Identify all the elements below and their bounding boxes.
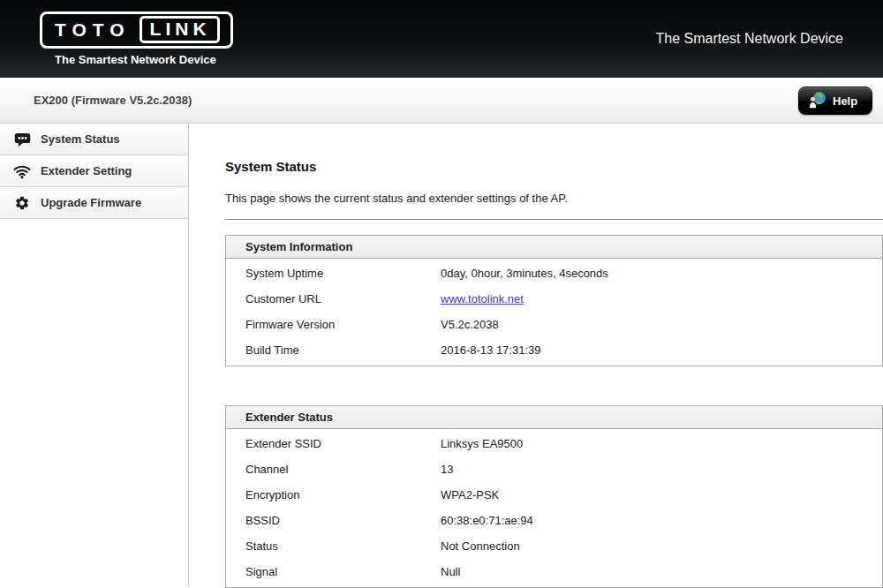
- row-label: Status: [226, 533, 441, 559]
- table-row: Encryption WPA2-PSK: [226, 482, 882, 508]
- page-title: System Status: [225, 159, 883, 174]
- header-tagline: The Smartest Network Device: [655, 31, 843, 47]
- row-label: System Uptime: [226, 260, 441, 286]
- panel-title: Extender Status: [226, 406, 882, 429]
- sidebar-item-extender-setting[interactable]: Extender Setting: [0, 155, 188, 187]
- row-value: 13: [441, 456, 882, 482]
- totolink-logo: TOTO LINK The Smartest Network Device: [40, 11, 233, 66]
- row-label: Customer URL: [226, 286, 441, 312]
- system-information-table: System Uptime 0day, 0hour, 3minutes, 4se…: [226, 260, 882, 363]
- table-row: Extender SSID Linksys EA9500: [226, 431, 882, 456]
- row-label: Channel: [226, 456, 441, 482]
- row-value: V5.2c.2038: [441, 312, 882, 337]
- row-value: 2016-8-13 17:31:39: [441, 337, 882, 363]
- row-label: Encryption: [226, 482, 441, 508]
- row-value: Null: [441, 559, 882, 584]
- device-info-label: EX200 (Firmware V5.2c.2038): [0, 78, 192, 123]
- row-value: www.totolink.net: [441, 286, 882, 312]
- customer-url-link[interactable]: www.totolink.net: [441, 292, 524, 305]
- row-label: Signal: [226, 559, 441, 584]
- main-content: System Status This page shows the curren…: [189, 124, 883, 587]
- system-information-panel: System Information System Uptime 0day, 0…: [225, 235, 883, 366]
- row-value: 0day, 0hour, 3minutes, 4seconds: [441, 260, 882, 286]
- header: TOTO LINK The Smartest Network Device Th…: [0, 0, 883, 78]
- content-layout: System Status Extender Setting Upgrade F…: [0, 124, 883, 587]
- row-value: WPA2-PSK: [441, 482, 882, 508]
- gear-icon: [11, 195, 34, 211]
- table-row: Firmware Version V5.2c.2038: [226, 312, 882, 337]
- extender-status-panel: Extender Status Extender SSID Linksys EA…: [225, 405, 883, 588]
- content-divider: [225, 219, 883, 220]
- sidebar-item-upgrade-firmware[interactable]: Upgrade Firmware: [0, 187, 188, 219]
- table-row: BSSID 60:38:e0:71:ae:94: [226, 508, 882, 533]
- row-label: Firmware Version: [226, 312, 441, 337]
- sidebar-item-system-status[interactable]: System Status: [0, 124, 188, 155]
- panel-title: System Information: [226, 236, 882, 259]
- chat-bubble-icon: [11, 132, 34, 147]
- help-globe-person-icon: [808, 91, 826, 111]
- row-value: Linksys EA9500: [441, 431, 882, 456]
- extender-status-table: Extender SSID Linksys EA9500 Channel 13 …: [226, 431, 882, 584]
- table-row: Status Not Connection: [226, 533, 882, 559]
- sidebar-item-label: Upgrade Firmware: [41, 196, 141, 209]
- table-row: System Uptime 0day, 0hour, 3minutes, 4se…: [226, 260, 882, 286]
- logo-box: TOTO LINK: [40, 11, 233, 49]
- logo-text-link: LINK: [140, 16, 220, 43]
- logo-tagline: The Smartest Network Device: [40, 53, 233, 66]
- row-value: 60:38:e0:71:ae:94: [441, 508, 882, 533]
- logo-text-toto: TOTO: [55, 19, 131, 41]
- table-row: Channel 13: [226, 456, 882, 482]
- table-row: Build Time 2016-8-13 17:31:39: [226, 337, 882, 363]
- help-button[interactable]: Help: [798, 87, 872, 115]
- page-description: This page shows the current status and e…: [225, 192, 883, 205]
- sidebar-item-label: Extender Setting: [41, 164, 132, 177]
- help-button-label: Help: [833, 94, 857, 108]
- sidebar: System Status Extender Setting Upgrade F…: [0, 124, 189, 587]
- row-label: Build Time: [226, 337, 441, 363]
- table-row: Customer URL www.totolink.net: [226, 286, 882, 312]
- firmware-bar: EX200 (Firmware V5.2c.2038) Help: [0, 78, 883, 124]
- sidebar-item-label: System Status: [41, 132, 120, 146]
- table-row: Signal Null: [226, 559, 882, 584]
- row-value: Not Connection: [441, 533, 882, 559]
- row-label: Extender SSID: [226, 431, 441, 456]
- row-label: BSSID: [226, 508, 441, 533]
- wifi-icon: [11, 163, 34, 179]
